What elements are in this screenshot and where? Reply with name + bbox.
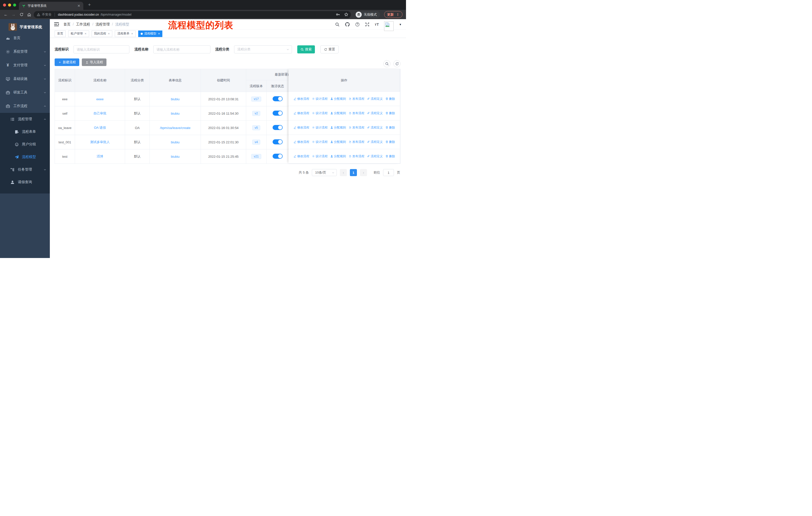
- action-definition-link[interactable]: 流程定义: [367, 111, 383, 115]
- action-assign-rule-link[interactable]: 分配规则: [330, 140, 346, 144]
- sidebar-item-task-mgmt[interactable]: 任务管理: [0, 163, 50, 176]
- form-info-link[interactable]: biubiu: [171, 155, 180, 159]
- action-publish-link[interactable]: 发布流程: [349, 140, 365, 144]
- action-delete-link[interactable]: 删除: [385, 154, 395, 159]
- action-design-link[interactable]: 设计流程: [312, 111, 328, 115]
- address-bar[interactable]: 不安全 dashboard.yudao.iocoder.cn/bpm/manag…: [34, 11, 351, 18]
- action-delete-link[interactable]: 删除: [385, 126, 395, 130]
- sidebar-item-system[interactable]: 系统管理: [0, 45, 50, 58]
- current-page-button[interactable]: 1: [350, 169, 357, 176]
- process-key-input[interactable]: [74, 45, 129, 53]
- action-definition-link[interactable]: 流程定义: [367, 154, 383, 159]
- app-logo-row[interactable]: 芋道管理系统: [0, 19, 50, 31]
- action-delete-link[interactable]: 删除: [385, 97, 395, 101]
- tab-close-icon[interactable]: ✕: [77, 4, 80, 8]
- action-design-link[interactable]: 设计流程: [312, 154, 328, 159]
- action-publish-link[interactable]: 发布流程: [349, 126, 365, 130]
- action-publish-link[interactable]: 发布流程: [349, 111, 365, 115]
- traffic-close-button[interactable]: [3, 3, 6, 6]
- tab-tenant[interactable]: 租户管理×: [68, 30, 89, 37]
- bookmark-star-icon[interactable]: [344, 12, 348, 17]
- breadcrumb-workflow[interactable]: 工作流程: [76, 22, 93, 27]
- tab-my-process[interactable]: 我的流程×: [92, 30, 113, 37]
- help-question-icon[interactable]: [355, 22, 360, 27]
- breadcrumb-process-mgmt[interactable]: 流程管理: [96, 22, 113, 27]
- status-toggle[interactable]: [272, 154, 283, 159]
- status-toggle[interactable]: [272, 125, 283, 130]
- close-icon[interactable]: ×: [131, 32, 133, 35]
- process-name-input[interactable]: [153, 45, 210, 53]
- github-icon[interactable]: [345, 22, 350, 27]
- action-design-link[interactable]: 设计流程: [312, 126, 328, 130]
- action-definition-link[interactable]: 流程定义: [367, 140, 383, 144]
- import-process-button[interactable]: 导入流程: [82, 58, 107, 66]
- process-name-link[interactable]: 滔博: [97, 155, 103, 158]
- process-name-link[interactable]: 测试多审批人: [90, 140, 110, 144]
- action-modify-link[interactable]: 修改流程: [293, 140, 309, 144]
- process-name-link[interactable]: OA 请假: [94, 126, 106, 130]
- sidebar-item-payment[interactable]: ¥支付管理: [0, 58, 50, 72]
- sidebar-item-devtools[interactable]: 研发工具: [0, 86, 50, 99]
- action-publish-link[interactable]: 发布流程: [349, 97, 365, 101]
- process-name-link[interactable]: eeee: [96, 97, 104, 101]
- tab-process-model[interactable]: 流程模型×: [138, 30, 163, 37]
- sidebar-item-process-form[interactable]: 流程表单: [0, 126, 50, 138]
- action-assign-rule-link[interactable]: 分配规则: [330, 97, 346, 101]
- prev-page-button[interactable]: ‹: [340, 169, 347, 176]
- reload-button[interactable]: [18, 12, 25, 17]
- security-status[interactable]: 不安全: [37, 12, 52, 17]
- tab-process-form[interactable]: 流程表单×: [115, 30, 136, 37]
- action-modify-link[interactable]: 修改流程: [293, 126, 309, 130]
- font-size-icon[interactable]: ᴛT: [375, 22, 379, 26]
- form-info-link[interactable]: biubiu: [171, 140, 180, 144]
- status-toggle[interactable]: [272, 111, 283, 116]
- menu-dots-icon[interactable]: ⋮: [396, 12, 400, 17]
- collapse-sidebar-icon[interactable]: [54, 22, 59, 26]
- traffic-minimize-button[interactable]: [8, 3, 11, 6]
- process-name-link[interactable]: 自己审批: [93, 111, 107, 115]
- action-delete-link[interactable]: 删除: [385, 140, 395, 144]
- process-category-select[interactable]: 流程分类: [234, 45, 292, 53]
- action-design-link[interactable]: 设计流程: [312, 97, 328, 101]
- close-icon[interactable]: ×: [158, 32, 160, 35]
- table-refresh-button[interactable]: [394, 60, 401, 67]
- next-page-button[interactable]: ›: [360, 169, 367, 176]
- form-info-link[interactable]: /bpm/oa/leave/create: [160, 126, 190, 130]
- sidebar-item-home[interactable]: 首页: [0, 31, 50, 45]
- action-design-link[interactable]: 设计流程: [312, 140, 328, 144]
- sidebar-item-leave-query[interactable]: 请假查询: [0, 176, 50, 188]
- action-modify-link[interactable]: 修改流程: [293, 97, 309, 101]
- action-delete-link[interactable]: 删除: [385, 111, 395, 115]
- table-search-button[interactable]: [383, 60, 390, 67]
- status-toggle[interactable]: [272, 96, 283, 101]
- sidebar-item-user-group[interactable]: 用户分组: [0, 138, 50, 151]
- action-publish-link[interactable]: 发布流程: [349, 154, 365, 159]
- sidebar-item-workflow[interactable]: 工作流程: [0, 99, 50, 113]
- browser-tab[interactable]: 芋道管理系统 ✕: [19, 2, 83, 10]
- action-modify-link[interactable]: 修改流程: [293, 154, 309, 159]
- sidebar-item-process-mgmt[interactable]: 流程管理: [0, 113, 50, 126]
- sidebar-item-infra[interactable]: 基础设施: [0, 72, 50, 86]
- form-info-link[interactable]: biubiu: [171, 97, 180, 101]
- sidebar-item-process-model[interactable]: 流程模型: [0, 151, 50, 163]
- action-assign-rule-link[interactable]: 分配规则: [330, 154, 346, 159]
- traffic-zoom-button[interactable]: [13, 3, 16, 6]
- avatar-caret-icon[interactable]: ▼: [399, 23, 402, 26]
- close-icon[interactable]: ×: [108, 32, 110, 35]
- form-info-link[interactable]: biubiu: [171, 112, 180, 115]
- back-button[interactable]: ←: [2, 12, 9, 17]
- action-assign-rule-link[interactable]: 分配规则: [330, 126, 346, 130]
- new-tab-button[interactable]: ＋: [87, 2, 92, 7]
- status-toggle[interactable]: [272, 139, 283, 144]
- search-button[interactable]: 搜索: [297, 45, 315, 53]
- reset-button[interactable]: 重置: [320, 45, 339, 53]
- key-icon[interactable]: [336, 12, 340, 17]
- breadcrumb-home[interactable]: 首页: [63, 22, 74, 27]
- tab-home[interactable]: 首页: [55, 30, 66, 37]
- update-button[interactable]: 更新 ⋮: [384, 11, 403, 18]
- home-button[interactable]: [26, 12, 32, 17]
- forward-button[interactable]: →: [10, 12, 17, 17]
- action-modify-link[interactable]: 修改流程: [293, 111, 309, 115]
- close-icon[interactable]: ×: [85, 32, 87, 35]
- fullscreen-icon[interactable]: [365, 22, 370, 27]
